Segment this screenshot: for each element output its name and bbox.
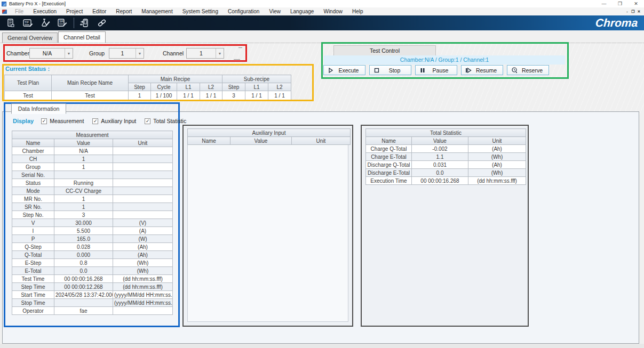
cell-value xyxy=(54,171,113,179)
app-window: Battery Pro X - [Execution] — ❐ ✕ FileEx… xyxy=(0,0,644,348)
cell-unit: (Ah) xyxy=(468,145,526,153)
menu-item[interactable]: Project xyxy=(61,7,88,15)
cell-value: 00 00:00:16.268 xyxy=(412,177,468,185)
mdi-restore-icon[interactable]: ❐ xyxy=(630,10,636,14)
cell-unit: (yyyy/MM/dd HH:mm:ss.fff) xyxy=(113,291,173,299)
measurement-checkbox[interactable]: ✓ Measurement xyxy=(41,118,84,124)
cell-unit xyxy=(113,147,173,155)
cell-name: V xyxy=(12,219,54,227)
recipe-editor-icon[interactable] xyxy=(38,17,51,29)
menu-item[interactable]: Execution xyxy=(28,7,61,15)
group-main-recipe: Main Recipe xyxy=(129,75,222,83)
tab-general-overview[interactable]: General Overview xyxy=(2,33,58,43)
menu-item[interactable]: Report xyxy=(111,7,137,15)
menu-item[interactable]: File xyxy=(10,7,28,15)
cell-name: Status xyxy=(12,179,54,187)
table-row: CH 1 xyxy=(12,155,173,163)
col-name: Name xyxy=(188,137,230,145)
stop-button[interactable]: Stop xyxy=(369,65,411,75)
menu-item[interactable]: Management xyxy=(137,7,177,15)
table-row: Step No. 3 xyxy=(12,211,173,219)
cell-value: 0.8 xyxy=(54,259,113,267)
cell-value xyxy=(54,299,113,307)
menu-item[interactable]: View xyxy=(264,7,285,15)
col-cycle: Cycle xyxy=(151,83,177,91)
menu-item[interactable]: Help xyxy=(347,7,368,15)
toolbar-separator xyxy=(74,18,74,28)
resume-icon xyxy=(464,68,473,73)
cell-name: MR No. xyxy=(12,195,54,203)
cell-value: 1.1 xyxy=(412,153,468,161)
total-statistic-rows: Charge Q-Total -0.002 (Ah) Charge E-Tota… xyxy=(366,145,526,185)
channel-dropdown[interactable]: 1 ▼ xyxy=(186,48,224,59)
chamber-dropdown[interactable]: N/A ▼ xyxy=(29,48,73,59)
test-control-tab[interactable]: Test Control xyxy=(333,45,436,55)
menu-item[interactable]: Configuration xyxy=(223,7,264,15)
col-sub-l2: L2 xyxy=(268,83,291,91)
menu-item[interactable]: Language xyxy=(285,7,319,15)
cell-name: CH xyxy=(12,155,54,163)
current-status-row: Test Test 1 1 / 100 1 / 1 1 / 1 3 1 / 1 … xyxy=(5,91,291,100)
tab-channel-detail[interactable]: Channel Detail xyxy=(58,31,106,43)
title-bar: Battery Pro X - [Execution] — ❐ ✕ xyxy=(0,0,644,7)
cell-value: 1 xyxy=(54,155,113,163)
cell-step: 1 xyxy=(129,91,151,100)
group-dropdown[interactable]: 1 ▼ xyxy=(109,48,144,59)
test-control-info: Chamber:N/A / Group:1 / Channel:1 xyxy=(324,55,565,64)
col-l1: L1 xyxy=(177,83,200,91)
channel-transfer-icon[interactable] xyxy=(78,17,91,29)
cell-value: fae xyxy=(54,307,113,315)
table-row: Status Running xyxy=(12,179,173,187)
cell-name: SR No. xyxy=(12,203,54,211)
link-icon[interactable] xyxy=(96,17,108,29)
execute-button[interactable]: Execute xyxy=(323,65,365,75)
col-sub-l1: L1 xyxy=(245,83,268,91)
table-row: Stop Time (yyyy/MM/dd HH:mm:ss.fff) xyxy=(12,299,173,307)
cell-value: CC-CV Charge xyxy=(54,187,113,195)
test-plan-editor-icon[interactable]: TP xyxy=(21,17,34,29)
close-icon[interactable]: ✕ xyxy=(628,0,644,7)
clock-icon xyxy=(510,67,519,73)
cell-unit: (Wh) xyxy=(113,267,173,275)
cell-unit: (Ah) xyxy=(113,251,173,259)
col-main-recipe-name: Main Recipe Name xyxy=(52,75,129,91)
cell-value: 3 xyxy=(54,211,113,219)
cell-name: Test Time xyxy=(12,275,54,283)
bottom-strip xyxy=(0,344,644,348)
artifact-mark xyxy=(238,47,242,48)
play-icon xyxy=(326,68,336,73)
col-unit: Unit xyxy=(468,137,526,145)
sub-recipe-editor-icon[interactable]: SR xyxy=(55,17,68,29)
cell-main-recipe-name: Test xyxy=(52,91,129,100)
menu-item[interactable]: Window xyxy=(319,7,347,15)
cell-name: Stop Time xyxy=(12,299,54,307)
total-statistic-checkbox[interactable]: ✓ Total Statistic xyxy=(145,118,186,124)
cell-unit xyxy=(113,179,173,187)
auxiliary-input-table: Auxiliary Input Name Value Unit xyxy=(187,128,351,145)
display-label: Display xyxy=(13,118,34,124)
minimize-icon[interactable]: — xyxy=(596,0,612,7)
mdi-close-icon[interactable]: ✕ xyxy=(636,10,642,14)
auxiliary-input-checkbox[interactable]: ✓ Auxiliary Input xyxy=(92,118,136,124)
svg-text:SR: SR xyxy=(59,20,64,23)
cell-name: Chamber xyxy=(12,147,54,155)
col-test-plan: Test Plan xyxy=(5,75,52,91)
menu-item[interactable]: System Setting xyxy=(178,7,223,15)
reserve-button[interactable]: Reserve xyxy=(507,65,549,75)
restore-icon[interactable]: ❐ xyxy=(612,0,628,7)
col-value: Value xyxy=(412,137,468,145)
menu-item[interactable]: Editor xyxy=(88,7,111,15)
report-icon[interactable] xyxy=(4,17,17,29)
cell-value: 0.000 xyxy=(54,251,113,259)
pause-button[interactable]: Pause xyxy=(415,65,457,75)
data-information-tab[interactable]: Data Information xyxy=(11,103,66,114)
cell-unit: (Wh) xyxy=(113,259,173,267)
cell-name: Group xyxy=(12,163,54,171)
cell-name: Charge E-Total xyxy=(366,153,412,161)
group-value: 1 xyxy=(109,50,136,56)
cell-value: 2024/05/28 13:37:42.000 xyxy=(54,291,113,299)
cell-unit: (dd hh:mm:ss.fff) xyxy=(113,283,173,291)
mdi-minimize-icon[interactable]: - xyxy=(624,10,630,14)
app-icon xyxy=(2,2,6,6)
resume-button[interactable]: Resume xyxy=(461,65,503,75)
